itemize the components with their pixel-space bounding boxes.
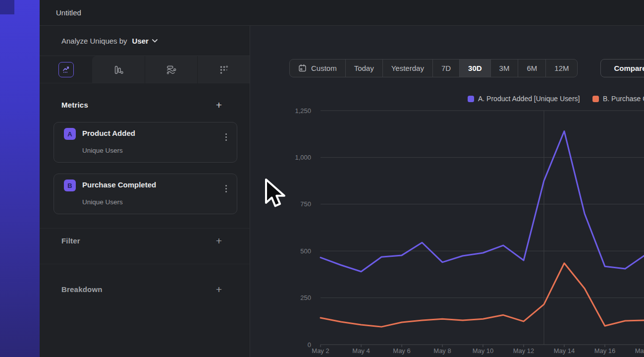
metric-a-menu-icon[interactable] <box>225 133 227 141</box>
divider <box>40 264 250 264</box>
svg-text:May 18: May 18 <box>635 347 644 355</box>
metric-b-badge: B <box>64 179 76 191</box>
dot-grid-icon <box>218 64 229 75</box>
svg-text:500: 500 <box>300 247 311 255</box>
svg-text:1,250: 1,250 <box>295 107 311 115</box>
add-filter-button[interactable]: + <box>216 236 222 246</box>
add-breakdown-button[interactable]: + <box>216 284 222 295</box>
svg-text:May 6: May 6 <box>393 347 410 355</box>
left-gradient-strip <box>0 0 40 357</box>
chevron-down-icon <box>152 39 158 43</box>
analyze-by-dropdown[interactable]: User <box>132 37 158 45</box>
analyze-label: Analyze Uniques by <box>61 37 127 45</box>
range-12m[interactable]: 12M <box>546 60 577 77</box>
range-custom-label: Custom <box>311 64 337 72</box>
metric-b-menu-icon[interactable] <box>225 185 227 192</box>
date-range-segmented-control: Custom Today Yesterday 7D 30D 3M 6M 12M <box>289 59 578 77</box>
tab-retention[interactable] <box>197 56 250 83</box>
metrics-header: Metrics + <box>40 100 250 110</box>
range-3m[interactable]: 3M <box>491 60 519 77</box>
svg-text:0: 0 <box>308 341 311 349</box>
tab-insights-line[interactable] <box>40 56 92 83</box>
app-window: Untitled Analyze Uniques by User <box>0 0 644 357</box>
svg-text:May 12: May 12 <box>513 347 535 355</box>
svg-text:May 4: May 4 <box>352 347 370 355</box>
corner-shade <box>0 0 14 14</box>
metric-b-title: Purchase Completed <box>82 180 156 189</box>
range-yesterday[interactable]: Yesterday <box>383 60 433 77</box>
filter-header: Filter + <box>40 236 250 246</box>
funnel-bars-icon <box>113 64 124 75</box>
inactive-tab-group <box>92 56 250 83</box>
report-title[interactable]: Untitled <box>56 8 81 17</box>
add-metric-button[interactable]: + <box>216 100 222 110</box>
range-30d-selected[interactable]: 30D <box>460 60 491 77</box>
metric-a-subtitle[interactable]: Unique Users <box>82 147 123 154</box>
svg-text:250: 250 <box>300 294 311 301</box>
filter-title: Filter <box>61 237 80 245</box>
analyze-by-value: User <box>132 37 149 45</box>
range-7d[interactable]: 7D <box>433 60 460 77</box>
tab-funnels[interactable] <box>92 56 145 83</box>
svg-text:May 8: May 8 <box>433 347 451 355</box>
range-6m[interactable]: 6M <box>518 60 546 77</box>
range-custom[interactable]: Custom <box>290 60 346 77</box>
sidebar: Analyze Uniques by User <box>40 26 250 357</box>
metric-a-title: Product Added <box>82 129 135 137</box>
metrics-title: Metrics <box>61 101 88 109</box>
divider <box>40 228 250 229</box>
metric-card-b[interactable]: B Purchase Completed Unique Users <box>54 174 237 214</box>
compare-button[interactable]: Compare <box>600 59 644 77</box>
metric-b-subtitle[interactable]: Unique Users <box>82 198 123 206</box>
range-today[interactable]: Today <box>346 60 383 77</box>
top-bar: Untitled <box>40 0 644 26</box>
calendar-icon <box>298 64 307 72</box>
svg-text:May 2: May 2 <box>312 347 329 355</box>
svg-text:May 10: May 10 <box>473 347 494 355</box>
chart-type-tabs <box>40 56 250 83</box>
svg-text:1,000: 1,000 <box>295 154 311 161</box>
breakdown-header: Breakdown + <box>40 284 250 295</box>
breakdown-title: Breakdown <box>61 285 103 294</box>
svg-text:May 16: May 16 <box>594 347 616 355</box>
svg-text:May 14: May 14 <box>554 347 575 355</box>
metric-a-badge: A <box>64 128 76 140</box>
flows-wave-icon <box>165 64 177 75</box>
svg-text:750: 750 <box>300 200 311 208</box>
tab-flows[interactable] <box>145 56 197 83</box>
line-chart-icon <box>58 62 74 77</box>
analyze-row: Analyze Uniques by User <box>40 26 250 56</box>
line-chart[interactable]: 02505007501,0001,250May 2May 4May 6May 8… <box>250 84 644 357</box>
chart-panel: Custom Today Yesterday 7D 30D 3M 6M 12M … <box>250 26 644 357</box>
metric-card-a[interactable]: A Product Added Unique Users <box>54 122 237 163</box>
